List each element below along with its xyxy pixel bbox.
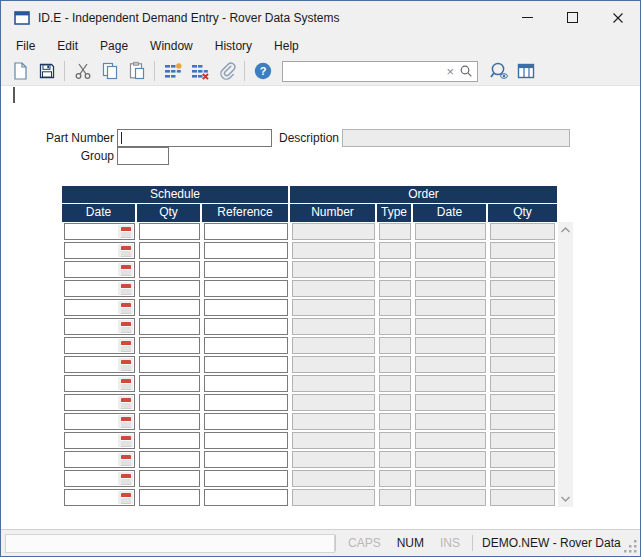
paste-button[interactable] xyxy=(123,59,150,83)
insert-row-button[interactable] xyxy=(159,59,186,83)
menu-file[interactable]: File xyxy=(5,36,46,56)
attachment-button[interactable] xyxy=(213,59,240,83)
cell-schedule-reference-input[interactable] xyxy=(204,223,288,240)
cell-schedule-date-input[interactable] xyxy=(64,375,135,392)
table-cell xyxy=(137,431,202,450)
cut-button[interactable] xyxy=(69,59,96,83)
date-picker-button[interactable] xyxy=(118,301,133,314)
date-picker-button[interactable] xyxy=(118,453,133,466)
search-clear-icon[interactable]: × xyxy=(441,65,459,78)
vertical-scrollbar[interactable] xyxy=(558,222,573,507)
cell-schedule-reference-input[interactable] xyxy=(204,318,288,335)
cell-schedule-qty-input[interactable] xyxy=(139,451,200,468)
help-button[interactable]: ? xyxy=(249,59,276,83)
cell-schedule-reference-input[interactable] xyxy=(204,489,288,506)
cell-schedule-qty-input[interactable] xyxy=(139,261,200,278)
close-button[interactable] xyxy=(595,1,640,34)
cell-schedule-qty-input[interactable] xyxy=(139,470,200,487)
cell-schedule-date-input[interactable] xyxy=(64,432,135,449)
date-picker-button[interactable] xyxy=(118,377,133,390)
menu-help[interactable]: Help xyxy=(263,36,310,56)
cell-schedule-date-input[interactable] xyxy=(64,356,135,373)
cell-schedule-date-input[interactable] xyxy=(64,451,135,468)
cell-schedule-qty-input[interactable] xyxy=(139,375,200,392)
cell-schedule-qty-input[interactable] xyxy=(139,394,200,411)
cell-schedule-qty-input[interactable] xyxy=(139,356,200,373)
copy-button[interactable] xyxy=(96,59,123,83)
toolbar-separator xyxy=(64,61,65,81)
scroll-down-button[interactable] xyxy=(558,491,573,507)
cell-schedule-date-input[interactable] xyxy=(64,318,135,335)
table-cell xyxy=(202,241,290,260)
new-document-button[interactable] xyxy=(6,59,33,83)
cell-schedule-date-input[interactable] xyxy=(64,470,135,487)
cell-schedule-qty-input[interactable] xyxy=(139,242,200,259)
table-cell xyxy=(290,355,377,374)
cell-schedule-qty-input[interactable] xyxy=(139,432,200,449)
date-picker-button[interactable] xyxy=(118,263,133,276)
maximize-button[interactable] xyxy=(550,1,595,34)
cell-schedule-date-input[interactable] xyxy=(64,261,135,278)
delete-row-button[interactable] xyxy=(186,59,213,83)
cell-schedule-qty-input[interactable] xyxy=(139,318,200,335)
minimize-button[interactable] xyxy=(505,1,550,34)
cell-schedule-qty-input[interactable] xyxy=(139,489,200,506)
search-input[interactable] xyxy=(283,64,441,79)
date-picker-button[interactable] xyxy=(118,225,133,238)
cell-schedule-date-input[interactable] xyxy=(64,223,135,240)
scroll-up-button[interactable] xyxy=(558,222,573,238)
cell-schedule-qty-input[interactable] xyxy=(139,413,200,430)
cell-schedule-qty-input[interactable] xyxy=(139,299,200,316)
save-button[interactable] xyxy=(33,59,60,83)
cell-schedule-reference-input[interactable] xyxy=(204,470,288,487)
date-picker-button[interactable] xyxy=(118,244,133,257)
cell-schedule-qty-input[interactable] xyxy=(139,223,200,240)
cell-schedule-date-input[interactable] xyxy=(64,394,135,411)
menu-window[interactable]: Window xyxy=(139,36,204,56)
table-cell xyxy=(488,469,557,488)
part-number-input[interactable] xyxy=(117,129,272,147)
cell-schedule-date-input[interactable] xyxy=(64,242,135,259)
attachment-icon xyxy=(217,61,237,81)
cell-schedule-date-input[interactable] xyxy=(64,280,135,297)
cell-schedule-reference-input[interactable] xyxy=(204,280,288,297)
cell-schedule-date-input[interactable] xyxy=(64,337,135,354)
date-picker-button[interactable] xyxy=(118,396,133,409)
date-picker-button[interactable] xyxy=(118,320,133,333)
cell-schedule-reference-input[interactable] xyxy=(204,242,288,259)
date-picker-button[interactable] xyxy=(118,339,133,352)
group-input[interactable] xyxy=(117,147,169,165)
cell-order-date-input xyxy=(415,337,486,354)
resize-grip-icon[interactable] xyxy=(623,539,639,555)
date-picker-button[interactable] xyxy=(118,282,133,295)
date-picker-button[interactable] xyxy=(118,358,133,371)
menu-page[interactable]: Page xyxy=(89,36,139,56)
cell-schedule-reference-input[interactable] xyxy=(204,413,288,430)
minimize-icon xyxy=(522,17,533,18)
cell-schedule-reference-input[interactable] xyxy=(204,261,288,278)
cell-schedule-date-input[interactable] xyxy=(64,413,135,430)
cell-schedule-reference-input[interactable] xyxy=(204,356,288,373)
cell-schedule-reference-input[interactable] xyxy=(204,299,288,316)
cell-schedule-reference-input[interactable] xyxy=(204,375,288,392)
table-view-button[interactable] xyxy=(512,59,539,83)
date-picker-button[interactable] xyxy=(118,491,133,504)
date-picker-button[interactable] xyxy=(118,434,133,447)
menu-edit[interactable]: Edit xyxy=(46,36,89,56)
cell-schedule-reference-input[interactable] xyxy=(204,432,288,449)
cell-schedule-reference-input[interactable] xyxy=(204,451,288,468)
cell-order-qty-input xyxy=(490,470,555,487)
cell-schedule-qty-input[interactable] xyxy=(139,337,200,354)
cell-schedule-reference-input[interactable] xyxy=(204,394,288,411)
cell-schedule-date-input[interactable] xyxy=(64,299,135,316)
menu-history[interactable]: History xyxy=(204,36,263,56)
table-row xyxy=(62,469,557,488)
search-icon[interactable] xyxy=(459,64,477,78)
date-picker-button[interactable] xyxy=(118,415,133,428)
cell-schedule-date-input[interactable] xyxy=(64,489,135,506)
cell-schedule-reference-input[interactable] xyxy=(204,337,288,354)
lookup-button[interactable] xyxy=(485,59,512,83)
date-picker-button[interactable] xyxy=(118,472,133,485)
cell-schedule-qty-input[interactable] xyxy=(139,280,200,297)
table-cell xyxy=(413,488,488,507)
